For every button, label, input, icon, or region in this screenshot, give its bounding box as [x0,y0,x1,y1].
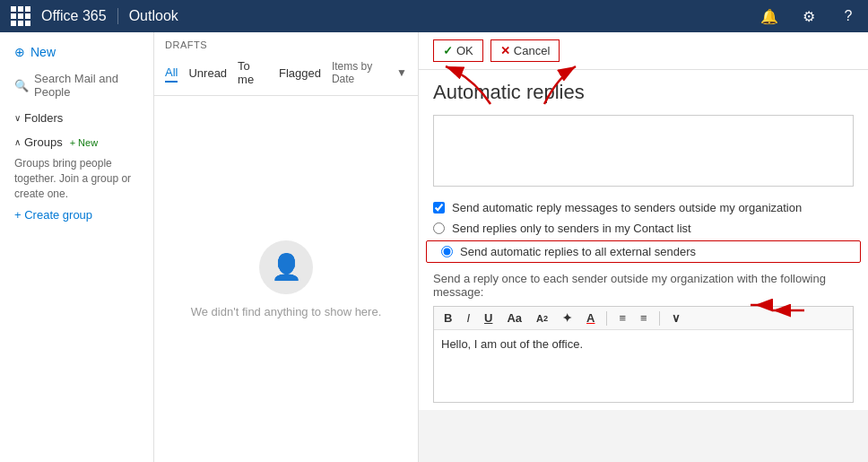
filter-unread[interactable]: Unread [188,65,227,82]
create-group-button[interactable]: + Create group [0,205,153,225]
settings-icon[interactable]: ⚙ [796,4,821,29]
waffle-icon [11,6,30,26]
drafts-header: DRAFTS [154,32,418,54]
toolbar-separator-2 [659,311,660,326]
radio1-option-row: Send replies only to senders in my Conta… [419,218,868,239]
nav-icons: 🔔 ⚙ ? [757,4,861,29]
filter-all[interactable]: All [165,64,178,83]
help-icon[interactable]: ? [836,4,861,29]
bell-icon[interactable]: 🔔 [757,4,782,29]
search-label: Search Mail and People [34,72,139,99]
empty-icon: 👤 [259,240,313,294]
main-container: ⊕ New 🔍 Search Mail and People ∨ Folders… [0,32,868,462]
sort-chevron-icon: ▼ [396,66,407,79]
waffle-menu[interactable] [7,3,34,30]
bold-button[interactable]: B [441,310,455,326]
middle-panel: DRAFTS All Unread To me Flagged Items by… [154,32,419,462]
reply-actions: ✓ OK ✕ Cancel [419,32,868,70]
folders-label: Folders [24,111,63,125]
underline-button[interactable]: U [482,310,495,326]
empty-state: 👤 We didn't find anything to show here. [154,96,418,462]
italic-button[interactable]: I [464,310,473,326]
right-panel-wrapper: ✓ OK ✕ Cancel Automatic replies Send aut… [419,32,868,462]
sort-label: Items by Date [332,60,395,85]
groups-section[interactable]: ∧ Groups + New [0,130,153,154]
cancel-button[interactable]: ✕ Cancel [490,39,560,62]
more-button[interactable]: ∨ [669,310,683,326]
outside-org-label: Send automatic reply messages to senders… [452,201,802,214]
page-title: Automatic replies [419,70,868,111]
sort-button[interactable]: Items by Date ▼ [332,60,407,85]
app-name-label: Outlook [129,8,757,24]
numbering-button[interactable]: ≡ [638,310,650,326]
new-button[interactable]: ⊕ New [0,39,153,65]
new-label: New [30,45,56,59]
groups-label: Groups [24,135,63,149]
editor-toolbar: B I U Aa A2 ✦ A ≡ ≡ ∨ [434,307,853,330]
checkmark-icon: ✓ [443,44,453,57]
ok-button[interactable]: ✓ OK [433,39,483,62]
font-color-button[interactable]: A [584,310,597,326]
editor-content-area[interactable]: Hello, I am out of the office. [434,330,853,402]
office-suite-label: Office 365 [38,8,118,24]
plus-icon: ⊕ [14,45,25,59]
filter-bar: All Unread To me Flagged Items by Date ▼ [154,54,418,96]
checkbox-option-row: Send automatic reply messages to senders… [419,197,868,218]
bullets-button[interactable]: ≡ [616,310,629,326]
radio2-highlighted-row: Send automatic replies to all external s… [426,240,861,263]
filter-flagged[interactable]: Flagged [279,65,321,82]
chevron-down-icon: ∨ [14,113,21,123]
contact-list-radio[interactable] [433,222,445,234]
chevron-up-icon: ∧ [14,137,21,147]
all-external-label: Send automatic replies to all external s… [460,245,696,258]
empty-message: We didn't find anything to show here. [191,305,382,318]
outside-org-checkbox[interactable] [433,202,445,214]
new-group-badge[interactable]: + New [70,137,99,148]
folders-section[interactable]: ∨ Folders [0,106,153,130]
all-external-radio[interactable] [441,246,453,257]
contact-list-label: Send replies only to senders in my Conta… [452,222,691,235]
filter-tome[interactable]: To me [238,57,268,88]
search-icon: 🔍 [14,79,29,92]
internal-text-area[interactable] [433,115,854,187]
cancel-label: Cancel [514,44,550,57]
font-case-button[interactable]: Aa [504,310,525,326]
top-nav: Office 365 Outlook 🔔 ⚙ ? [0,0,868,32]
right-panel: ✓ OK ✕ Cancel Automatic replies Send aut… [419,32,868,410]
reply-editor[interactable]: B I U Aa A2 ✦ A ≡ ≡ ∨ Hello, I am out of… [433,306,854,403]
send-instructions-label: Send a reply once to each sender outside… [419,265,868,302]
superscript-button[interactable]: A2 [534,312,551,325]
sidebar: ⊕ New 🔍 Search Mail and People ∨ Folders… [0,32,154,462]
magic-button[interactable]: ✦ [560,310,575,326]
ok-label: OK [456,44,473,57]
search-mail-people[interactable]: 🔍 Search Mail and People [0,68,153,102]
x-icon: ✕ [500,44,510,57]
toolbar-separator-1 [606,311,607,326]
groups-description: Groups bring people together. Join a gro… [0,154,153,205]
